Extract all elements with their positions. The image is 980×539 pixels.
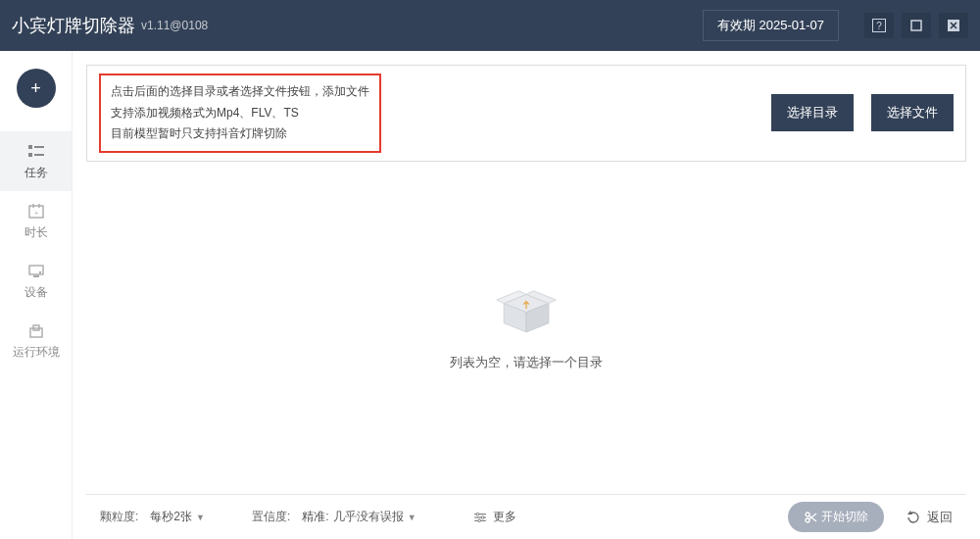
chevron-down-icon: ▼ (408, 513, 416, 522)
close-button[interactable] (939, 13, 968, 38)
svg-rect-7 (34, 154, 44, 156)
help-button[interactable]: ? (864, 13, 894, 38)
more-label: 更多 (493, 509, 516, 525)
plus-icon: + (30, 78, 41, 99)
start-cut-label: 开始切除 (821, 509, 868, 525)
empty-state: 列表为空，请选择一个目录 (73, 162, 980, 494)
svg-text:+: + (33, 210, 37, 217)
confidence-label: 置信度: (252, 509, 290, 525)
svg-point-22 (477, 519, 480, 522)
main-area: 点击后面的选择目录或者选择文件按钮，添加文件 支持添加视频格式为Mp4、FLV、… (73, 51, 980, 539)
tasks-icon (26, 143, 46, 161)
confidence-value: 几乎没有误报 (333, 509, 404, 525)
bottom-bar: 颗粒度: 每秒2张 ▼ 置信度: 精准: 几乎没有误报 ▼ 更多 开始切除 (86, 494, 966, 539)
grain-label: 颗粒度: (100, 509, 138, 525)
duration-icon: + (26, 203, 46, 220)
sidebar-item-label: 任务 (24, 166, 48, 179)
info-line-2: 支持添加视频格式为Mp4、FLV、TS (111, 103, 369, 124)
info-bar: 点击后面的选择目录或者选择文件按钮，添加文件 支持添加视频格式为Mp4、FLV、… (86, 65, 966, 162)
maximize-icon (910, 20, 922, 31)
app-version: v1.11@0108 (141, 19, 208, 32)
svg-text:?: ? (876, 21, 882, 31)
back-label: 返回 (927, 509, 953, 526)
grain-value: 每秒2张 (150, 509, 192, 525)
svg-point-20 (476, 513, 479, 515)
app-title: 小宾灯牌切除器 (12, 14, 135, 37)
scissors-icon (804, 511, 817, 524)
svg-rect-2 (911, 21, 921, 30)
select-directory-button[interactable]: 选择目录 (771, 94, 854, 131)
sliders-icon (473, 513, 487, 522)
more-button[interactable]: 更多 (473, 509, 516, 525)
sidebar-item-tasks[interactable]: 任务 (0, 131, 72, 191)
runtime-icon (26, 322, 46, 340)
titlebar: 小宾灯牌切除器 v1.11@0108 有效期 2025-01-07 ? (0, 0, 980, 51)
sidebar-item-label: 运行环境 (13, 345, 60, 359)
info-line-3: 目前模型暂时只支持抖音灯牌切除 (111, 123, 369, 145)
empty-box-icon (495, 283, 558, 336)
select-file-button[interactable]: 选择文件 (871, 94, 954, 131)
back-button[interactable]: 返回 (906, 509, 953, 526)
svg-point-21 (481, 515, 484, 518)
question-icon: ? (872, 19, 886, 32)
svg-rect-11 (33, 275, 39, 277)
grain-select[interactable]: 每秒2张 ▼ (146, 507, 209, 527)
close-icon (948, 20, 959, 31)
svg-rect-4 (28, 145, 32, 149)
sidebar: + 任务 + 时长 设备 运行环境 (0, 51, 73, 539)
back-icon (906, 511, 921, 524)
maximize-button[interactable] (902, 13, 931, 38)
sidebar-item-label: 时长 (24, 225, 48, 239)
expiry-badge: 有效期 2025-01-07 (703, 10, 839, 41)
start-cut-button[interactable]: 开始切除 (788, 502, 884, 532)
chevron-down-icon: ▼ (196, 513, 205, 522)
svg-point-12 (38, 271, 40, 273)
confidence-prefix: 精准: (302, 509, 328, 525)
device-icon (26, 263, 46, 280)
sidebar-item-duration[interactable]: + 时长 (0, 191, 72, 251)
sidebar-item-label: 设备 (24, 285, 48, 299)
empty-text: 列表为空，请选择一个目录 (450, 354, 603, 371)
confidence-select[interactable]: 精准: 几乎没有误报 ▼ (298, 507, 419, 527)
info-text-box: 点击后面的选择目录或者选择文件按钮，添加文件 支持添加视频格式为Mp4、FLV、… (99, 74, 381, 153)
add-button[interactable]: + (17, 69, 56, 108)
svg-rect-6 (28, 153, 32, 157)
sidebar-item-runtime[interactable]: 运行环境 (0, 311, 72, 370)
sidebar-item-device[interactable]: 设备 (0, 251, 72, 311)
info-line-1: 点击后面的选择目录或者选择文件按钮，添加文件 (111, 81, 369, 103)
svg-rect-5 (34, 146, 44, 148)
